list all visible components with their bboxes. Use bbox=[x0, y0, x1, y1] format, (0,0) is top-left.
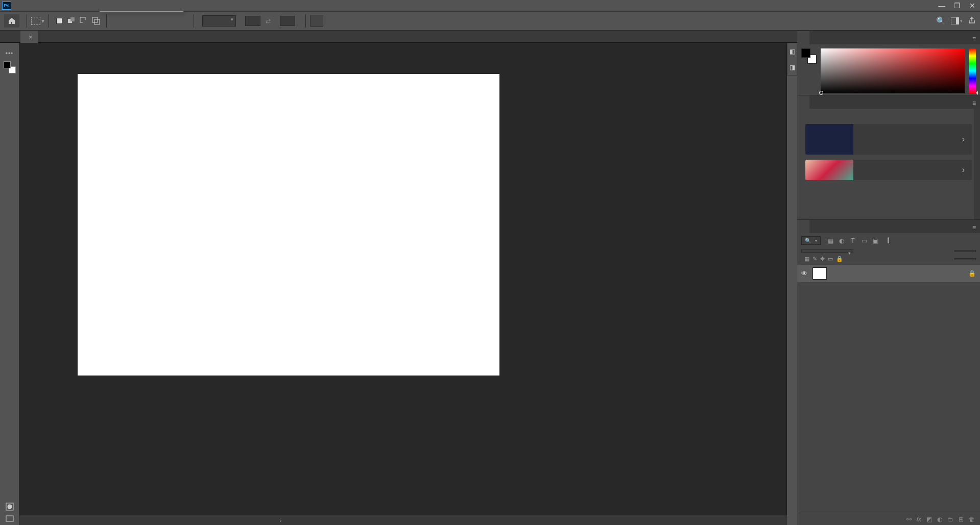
window-controls: — ❐ ✕ bbox=[934, 2, 980, 10]
tab-paths[interactable] bbox=[822, 220, 834, 233]
svg-rect-5 bbox=[94, 19, 100, 24]
lock-icon[interactable]: 🔒 bbox=[968, 270, 976, 277]
foreground-background-swatch[interactable] bbox=[4, 61, 16, 73]
home-icon bbox=[8, 17, 16, 25]
filter-type-icon[interactable]: T bbox=[849, 237, 856, 244]
home-button[interactable] bbox=[4, 14, 19, 28]
color-picker-indicator[interactable] bbox=[819, 91, 823, 95]
learn-card-thumb bbox=[805, 160, 853, 180]
close-button[interactable]: ✕ bbox=[965, 2, 980, 10]
filter-shape-icon[interactable]: ▭ bbox=[861, 237, 868, 244]
add-selection-icon[interactable] bbox=[65, 15, 78, 27]
lock-position-icon[interactable]: ✥ bbox=[820, 256, 825, 262]
learn-panel-menu-icon[interactable]: ≡ bbox=[968, 97, 980, 109]
filter-toggle-icon[interactable]: ⏽ bbox=[885, 237, 892, 244]
layer-filter-kind-dropdown[interactable]: 🔍 ▾ bbox=[801, 236, 821, 245]
tab-color[interactable] bbox=[797, 31, 809, 44]
layers-footer: ⚯ fx ◩ ◐ 🗀 ⊞ 🗑 bbox=[797, 513, 980, 525]
menubar: Ps — ❐ ✕ bbox=[0, 0, 980, 11]
layer-filter-icons: ▦ ◐ T ▭ ▣ ⏽ bbox=[827, 237, 892, 244]
adjustment-layer-icon[interactable]: ◐ bbox=[937, 516, 942, 523]
tools-overflow-icon[interactable]: ••• bbox=[6, 50, 14, 57]
width-input[interactable] bbox=[245, 16, 260, 26]
select-and-mask-button[interactable] bbox=[310, 15, 323, 27]
minimize-button[interactable]: — bbox=[934, 2, 949, 10]
svg-rect-4 bbox=[92, 17, 98, 22]
learn-panel: ≡ › › bbox=[797, 95, 980, 219]
document-tab[interactable]: × bbox=[20, 31, 38, 43]
maximize-button[interactable]: ❐ bbox=[949, 2, 965, 10]
lock-artboard-icon[interactable]: ▭ bbox=[828, 256, 833, 262]
tab-adjustments[interactable] bbox=[822, 95, 834, 109]
subtract-selection-icon[interactable] bbox=[78, 15, 90, 27]
collapsed-panel-strip[interactable]: ◧ ◨ bbox=[787, 43, 797, 76]
lock-all-icon[interactable]: 🔒 bbox=[836, 256, 843, 262]
screen-mode-icon[interactable] bbox=[3, 513, 16, 524]
svg-rect-7 bbox=[956, 17, 959, 24]
svg-rect-3 bbox=[83, 20, 87, 24]
swap-wh-icon[interactable]: ⇄ bbox=[266, 17, 271, 24]
visibility-icon[interactable]: 👁 bbox=[801, 270, 807, 277]
blend-mode-dropdown[interactable] bbox=[801, 249, 853, 253]
color-panel: ≡ bbox=[797, 31, 980, 95]
layers-panel: ≡ 🔍 ▾ ▦ ◐ T ▭ ▣ ⏽ ▦ ✎ bbox=[797, 219, 980, 525]
filter-adjustment-icon[interactable]: ◐ bbox=[838, 237, 845, 244]
foreground-color[interactable] bbox=[4, 61, 11, 68]
workspace-switcher[interactable]: ▾ bbox=[951, 17, 963, 24]
chevron-right-icon: › bbox=[955, 165, 972, 174]
tab-learn[interactable] bbox=[797, 95, 809, 109]
app-logo: Ps bbox=[2, 2, 11, 10]
close-tab-icon[interactable]: × bbox=[29, 33, 33, 41]
new-selection-icon[interactable] bbox=[53, 15, 65, 27]
tab-swatches[interactable] bbox=[809, 31, 822, 44]
share-icon[interactable] bbox=[968, 16, 976, 26]
learn-card-thumb bbox=[805, 124, 853, 155]
layer-thumbnail[interactable] bbox=[812, 267, 827, 280]
search-icon: 🔍 bbox=[805, 238, 811, 243]
svg-rect-1 bbox=[70, 17, 75, 21]
filter-smart-icon[interactable]: ▣ bbox=[872, 237, 879, 244]
style-dropdown[interactable] bbox=[202, 15, 236, 27]
marquee-preset-icon[interactable] bbox=[31, 17, 40, 25]
chevron-right-icon: › bbox=[955, 135, 972, 144]
search-icon[interactable]: 🔍 bbox=[936, 16, 946, 26]
properties-collapsed-icon[interactable]: ◨ bbox=[790, 64, 795, 71]
learn-scrollbar[interactable] bbox=[974, 109, 980, 219]
hue-slider[interactable] bbox=[969, 48, 976, 93]
tab-layers[interactable] bbox=[797, 220, 809, 233]
hue-indicator bbox=[974, 91, 978, 95]
opacity-input[interactable] bbox=[954, 250, 976, 252]
layers-panel-menu-icon[interactable]: ≡ bbox=[968, 222, 980, 233]
layer-mask-icon[interactable]: ◩ bbox=[926, 516, 932, 523]
color-panel-menu-icon[interactable]: ≡ bbox=[968, 33, 980, 44]
layer-row-background[interactable]: 👁 🔒 bbox=[797, 265, 980, 282]
lock-transparency-icon[interactable]: ▦ bbox=[804, 256, 809, 262]
svg-point-9 bbox=[8, 505, 12, 509]
svg-rect-10 bbox=[6, 516, 13, 521]
color-fg-bg-swatch[interactable] bbox=[801, 48, 817, 64]
options-bar: ▾ ⇄ 🔍 ▾ bbox=[0, 11, 980, 31]
link-layers-icon[interactable]: ⚯ bbox=[906, 516, 912, 523]
group-icon[interactable]: 🗀 bbox=[947, 516, 953, 523]
learn-card-fundamental[interactable]: › bbox=[805, 124, 972, 155]
intersect-selection-icon[interactable] bbox=[90, 15, 102, 27]
type-menu-dropdown bbox=[100, 11, 183, 12]
tab-libraries[interactable] bbox=[809, 95, 822, 109]
height-input[interactable] bbox=[280, 16, 295, 26]
layer-style-icon[interactable]: fx bbox=[917, 516, 921, 523]
new-layer-icon[interactable]: ⊞ bbox=[959, 516, 964, 523]
statusbar-chevron-icon[interactable]: › bbox=[280, 517, 282, 523]
right-panels: ≡ ≡ › bbox=[797, 31, 980, 525]
tab-channels[interactable] bbox=[809, 220, 822, 233]
status-bar: › bbox=[19, 515, 787, 525]
history-collapsed-icon[interactable]: ◧ bbox=[790, 48, 795, 55]
learn-card-fixphoto[interactable]: › bbox=[805, 160, 972, 180]
filter-pixel-icon[interactable]: ▦ bbox=[827, 237, 834, 244]
canvas[interactable] bbox=[78, 74, 499, 376]
quick-mask-icon[interactable] bbox=[3, 501, 16, 512]
delete-layer-icon[interactable]: 🗑 bbox=[969, 516, 975, 523]
lock-image-icon[interactable]: ✎ bbox=[812, 256, 817, 262]
color-spectrum[interactable] bbox=[821, 48, 965, 93]
tools-panel: ••• bbox=[0, 43, 19, 525]
fill-input[interactable] bbox=[954, 258, 976, 260]
